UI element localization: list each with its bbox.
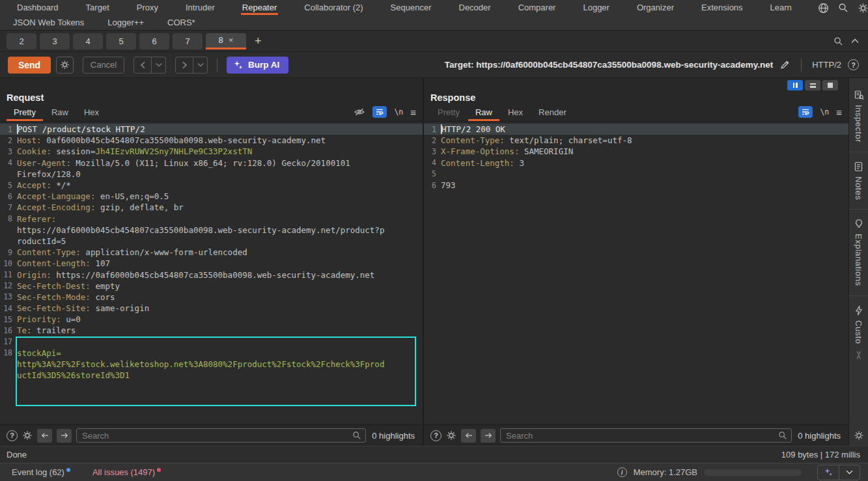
response-tab-render[interactable]: Render (531, 105, 574, 121)
response-word-wrap-toggle-icon[interactable] (798, 106, 813, 118)
help-icon[interactable]: ? (848, 59, 859, 70)
menu-item-logger[interactable]: Logger (581, 1, 610, 15)
send-settings-gear-icon[interactable] (56, 57, 74, 74)
repeater-tab-6[interactable]: 6 (139, 33, 169, 49)
response-editor[interactable]: 1HTTP/2 200 OK2Content-Type: text/plain;… (424, 122, 848, 424)
layout-rows-button[interactable] (805, 80, 820, 90)
word-wrap-toggle-icon[interactable] (372, 106, 387, 118)
response-search-help-icon[interactable]: ? (430, 430, 441, 441)
response-next-match-button[interactable] (481, 429, 496, 443)
sidebar-item-explanations[interactable]: Explanations (854, 215, 863, 294)
sidebar-divider (849, 152, 868, 152)
code-line: 5 (424, 169, 848, 180)
response-tab-raw[interactable]: Raw (468, 105, 499, 121)
response-editor-menu-icon[interactable]: ≡ (836, 107, 842, 118)
close-tab-icon[interactable]: × (229, 35, 234, 45)
burp-ai-button[interactable]: Burp AI (227, 57, 288, 74)
memory-info-icon[interactable]: i (617, 467, 627, 477)
collapse-chevron-up-icon[interactable] (851, 38, 859, 44)
response-search-input[interactable] (500, 428, 792, 443)
code-line: 6Accept-Language: en-US,en;q=0.5 (0, 191, 423, 202)
menu-item-target[interactable]: Target (85, 1, 111, 15)
layout-columns-button[interactable] (787, 80, 803, 90)
search-tabs-icon[interactable] (833, 36, 843, 46)
main-area: Request Pretty Raw Hex \n ≡ 1POST /produ… (0, 78, 868, 446)
repeater-tab-2[interactable]: 2 (7, 33, 36, 49)
request-tab-raw[interactable]: Raw (44, 105, 76, 121)
back-button[interactable] (133, 57, 152, 74)
notes-icon (854, 161, 863, 172)
menu-item-decoder[interactable]: Decoder (458, 1, 492, 15)
cancel-button[interactable]: Cancel (83, 57, 124, 74)
prev-match-button[interactable] (37, 429, 52, 443)
back-dropdown-chevron-icon[interactable] (152, 57, 166, 74)
request-search-magnifier-icon (352, 431, 361, 440)
response-show-newlines-icon[interactable]: \n (820, 107, 829, 117)
menu-item-comparer[interactable]: Comparer (517, 1, 557, 15)
code-line: 6793 (424, 180, 848, 191)
menu-item-collaborator[interactable]: Collaborator (2) (303, 1, 364, 15)
layout-single-button[interactable] (822, 80, 838, 90)
ai-sparkles-button[interactable] (818, 465, 839, 480)
request-tab-pretty[interactable]: Pretty (7, 105, 43, 121)
hide-realtime-eye-off-icon[interactable] (354, 107, 365, 117)
edit-target-pencil-icon[interactable] (779, 59, 791, 70)
menu-item-learn[interactable]: Learn (769, 1, 793, 15)
show-newlines-icon[interactable]: \n (394, 107, 403, 117)
globe-icon[interactable] (818, 3, 829, 14)
response-code: 1HTTP/2 200 OK2Content-Type: text/plain;… (424, 124, 848, 191)
protocol-label: HTTP/2 (812, 60, 841, 70)
event-log-button[interactable]: Event log (62) (12, 467, 70, 477)
code-line: 15Priority: u=0 (0, 314, 423, 325)
sidebar-label-inspector: Inspector (854, 105, 863, 143)
repeater-tab-5[interactable]: 5 (106, 33, 136, 49)
request-title: Request (0, 90, 423, 104)
all-issues-button[interactable]: All issues (1497) (92, 467, 161, 477)
code-line: 9Content-Type: application/x-www-form-ur… (0, 247, 423, 258)
sidebar-item-notes[interactable]: Notes (854, 158, 863, 208)
next-match-button[interactable] (57, 429, 72, 443)
repeater-tab-3[interactable]: 3 (40, 33, 70, 49)
response-tab-hex[interactable]: Hex (501, 105, 530, 121)
repeater-tab-4[interactable]: 4 (73, 33, 103, 49)
request-search-settings-gear-icon[interactable] (22, 430, 33, 441)
menu-item-intruder[interactable]: Intruder (184, 1, 216, 15)
menu-item-json-web-tokens[interactable]: JSON Web Tokens (12, 16, 85, 30)
editor-menu-icon[interactable]: ≡ (410, 107, 416, 118)
code-line: 1POST /product/stock HTTP/2 (0, 124, 423, 135)
settings-gear-icon[interactable] (858, 3, 868, 14)
menu-item-dashboard[interactable]: Dashboard (16, 1, 60, 15)
menu-item-organizer[interactable]: Organizer (636, 1, 675, 15)
code-line: https://0af6000b045cb454807ca35500ba0098… (0, 225, 423, 236)
target-label: Target: https://0af6000b045cb454807ca355… (445, 60, 774, 70)
repeater-tab-8-active[interactable]: 8 × (206, 33, 246, 49)
response-prev-match-button[interactable] (461, 429, 476, 443)
request-search-input[interactable] (76, 428, 366, 443)
menu-item-cors[interactable]: CORS* (166, 16, 197, 30)
request-editor[interactable]: 1POST /product/stock HTTP/22Host: 0af600… (0, 122, 423, 424)
menu-item-repeater[interactable]: Repeater (241, 1, 278, 15)
burp-suite-window: Dashboard Target Proxy Intruder Repeater… (0, 0, 868, 481)
request-search-help-icon[interactable]: ? (7, 430, 18, 441)
menu-item-sequencer[interactable]: Sequencer (389, 1, 433, 15)
menu-item-logger-plus-plus[interactable]: Logger++ (106, 16, 145, 30)
response-findbar: ? 0 highlights (424, 424, 848, 446)
search-icon[interactable] (838, 3, 848, 13)
request-tab-hex[interactable]: Hex (77, 105, 106, 121)
layout-buttons (424, 78, 848, 90)
sidebar-expand-chevrons[interactable]: >< (855, 351, 863, 359)
sidebar-settings-gear-icon[interactable] (854, 430, 864, 441)
repeater-tab-7[interactable]: 7 (173, 33, 203, 49)
add-tab-button[interactable]: + (255, 34, 262, 48)
forward-button[interactable] (175, 57, 193, 74)
ai-dropdown-chevron-icon[interactable] (839, 465, 860, 480)
forward-dropdown-chevron-icon[interactable] (193, 57, 208, 74)
response-search-settings-gear-icon[interactable] (446, 430, 456, 441)
send-button[interactable]: Send (8, 57, 51, 74)
menu-item-proxy[interactable]: Proxy (135, 1, 160, 15)
menu-item-extensions[interactable]: Extensions (700, 1, 744, 15)
history-forward-group (175, 57, 208, 74)
sidebar-item-customizer[interactable]: Custo >< (854, 301, 863, 367)
sidebar-item-inspector[interactable]: Inspector (854, 86, 864, 150)
request-view-tabs: Pretty Raw Hex \n ≡ (0, 104, 423, 122)
